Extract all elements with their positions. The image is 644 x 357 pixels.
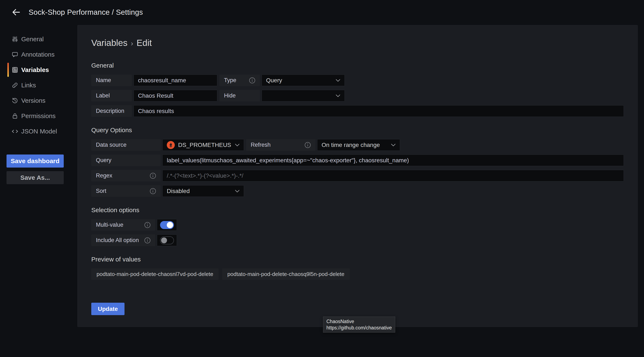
- query-input[interactable]: [162, 155, 624, 166]
- description-input[interactable]: [134, 105, 624, 117]
- tooltip-title: ChaosNative: [326, 318, 392, 324]
- chevron-down-icon: [235, 144, 240, 146]
- preview-heading: Preview of values: [91, 256, 624, 263]
- hide-select[interactable]: [262, 90, 345, 102]
- include-all-toggle[interactable]: [157, 234, 177, 246]
- info-icon[interactable]: [150, 188, 156, 194]
- refresh-select[interactable]: On time range change: [317, 139, 400, 151]
- breadcrumb-separator-icon: ›: [131, 39, 133, 47]
- sort-select[interactable]: Disabled: [162, 185, 244, 197]
- calculator-icon: [12, 67, 21, 73]
- regex-field-label: Regex: [91, 170, 161, 181]
- sidebar-item-variables[interactable]: Variables: [6, 62, 78, 78]
- sidebar-item-json-model[interactable]: JSON Model: [6, 124, 78, 139]
- selection-options-heading: Selection options: [91, 206, 624, 214]
- preview-section: Preview of values podtato-main-pod-delet…: [91, 256, 624, 280]
- prometheus-icon: [167, 141, 175, 149]
- save-as-button[interactable]: Save As...: [6, 171, 64, 184]
- multi-value-toggle[interactable]: [157, 219, 177, 231]
- link-icon: [12, 82, 21, 89]
- arrow-left-icon: [12, 8, 21, 17]
- refresh-field-label: Refresh: [246, 139, 316, 151]
- history-icon: [12, 97, 21, 104]
- sidebar-item-label: Permissions: [21, 112, 56, 120]
- sidebar-item-label: General: [21, 36, 44, 43]
- query-options-section: Query Options Data source DS_PROMETHEUS: [91, 127, 624, 197]
- sidebar-item-links[interactable]: Links: [6, 78, 78, 93]
- code-icon: [12, 128, 21, 135]
- info-icon[interactable]: [304, 142, 311, 148]
- top-header: Sock-Shop Performance / Settings: [0, 0, 644, 24]
- sidebar-item-label: Variables: [21, 66, 49, 74]
- settings-sidebar: General Annotations Variables: [0, 24, 78, 184]
- info-icon[interactable]: [150, 173, 156, 179]
- chevron-down-icon: [391, 144, 396, 146]
- comment-icon: [12, 51, 21, 58]
- sidebar-item-label: Versions: [21, 97, 46, 104]
- general-section: General Name Type Query: [91, 62, 624, 117]
- sidebar-item-annotations[interactable]: Annotations: [6, 47, 78, 62]
- sidebar-item-permissions[interactable]: Permissions: [6, 108, 78, 124]
- datasource-hover-tooltip: ChaosNative https://github.com/chaosnati…: [323, 316, 395, 332]
- query-field-label: Query: [91, 155, 161, 166]
- preview-value-chip: podtato-main-pod-delete-chaosq9l5n-pod-d…: [222, 268, 350, 280]
- breadcrumb-section[interactable]: Variables: [91, 38, 128, 48]
- name-field-label: Name: [91, 75, 132, 86]
- chevron-down-icon: [336, 79, 340, 82]
- sliders-icon: [12, 36, 21, 43]
- hide-field-label: Hide: [219, 90, 260, 102]
- sidebar-item-label: Annotations: [21, 51, 54, 58]
- general-heading: General: [91, 62, 624, 69]
- sort-field-label: Sort: [91, 185, 161, 197]
- chevron-down-icon: [235, 190, 240, 192]
- breadcrumb: Variables › Edit: [91, 38, 624, 48]
- sidebar-item-label: JSON Model: [21, 128, 57, 135]
- variables-edit-panel: Variables › Edit General Name Type: [78, 25, 638, 327]
- type-select[interactable]: Query: [262, 75, 345, 86]
- info-icon[interactable]: [144, 222, 150, 228]
- datasource-select[interactable]: DS_PROMETHEUS: [162, 139, 244, 151]
- tooltip-url: https://github.com/chaosnative: [326, 324, 392, 331]
- chevron-down-icon: [336, 94, 340, 97]
- multi-value-field-label: Multi-value: [91, 219, 155, 231]
- back-button[interactable]: [9, 5, 24, 20]
- description-field-label: Description: [91, 105, 132, 117]
- selection-options-section: Selection options Multi-value Include: [91, 206, 624, 246]
- name-input[interactable]: [134, 75, 217, 86]
- preview-value-chip: podtato-main-pod-delete-chaosnl7vd-pod-d…: [91, 268, 218, 280]
- include-all-field-label: Include All option: [91, 234, 155, 246]
- label-field-label: Label: [91, 90, 132, 102]
- lock-icon: [12, 113, 21, 119]
- breadcrumb-page: Edit: [136, 38, 152, 48]
- regex-input[interactable]: [162, 170, 624, 181]
- datasource-field-label: Data source: [91, 139, 161, 151]
- label-input[interactable]: [134, 90, 217, 102]
- save-dashboard-button[interactable]: Save dashboard: [6, 155, 64, 168]
- query-options-heading: Query Options: [91, 127, 624, 134]
- sidebar-item-general[interactable]: General: [6, 31, 78, 47]
- info-icon[interactable]: [144, 237, 150, 243]
- sidebar-item-label: Links: [21, 82, 36, 89]
- update-button[interactable]: Update: [91, 303, 124, 315]
- info-icon[interactable]: [249, 77, 255, 84]
- page-title: Sock-Shop Performance / Settings: [28, 8, 143, 17]
- sidebar-item-versions[interactable]: Versions: [6, 93, 78, 108]
- type-field-label: Type: [219, 75, 260, 86]
